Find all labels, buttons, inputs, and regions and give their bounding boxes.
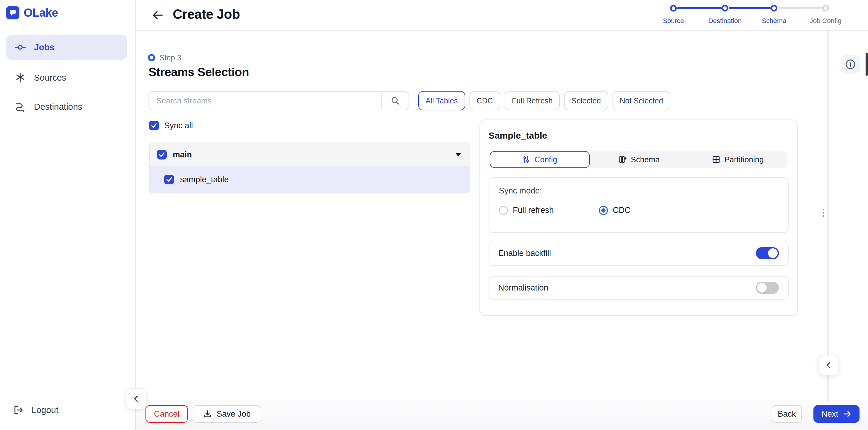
back-button[interactable]: Back [772,405,802,423]
step-circle-source[interactable] [670,5,677,11]
sidebar-item-label: Sources [34,73,66,83]
stream-list: main sample_table [149,143,470,194]
filter-chips: All Tables CDC Full Refresh Selected Not… [418,91,671,110]
stream-config-title: Sample_table [489,131,547,141]
back-arrow-button[interactable] [151,8,164,22]
sidebar-item-label: Destinations [34,102,83,112]
radio-selected-icon[interactable] [599,206,608,215]
filter-all-tables[interactable]: All Tables [418,91,465,110]
sidebar-item-sources[interactable]: Sources [6,65,127,90]
sync-option-full-refresh[interactable]: Full refresh [499,206,554,215]
spark-icon [14,72,26,83]
stream-name: sample_table [180,175,229,184]
group-checkbox[interactable] [157,150,167,160]
section-heading: Streams Selection [149,65,249,79]
logout-button[interactable]: Logout [6,400,127,420]
sync-all-checkbox[interactable] [149,121,159,131]
chevron-left-icon [825,361,833,369]
tab-partitioning[interactable]: Partitioning [689,151,787,168]
sliders-icon [522,155,530,164]
step-circle-schema[interactable] [771,5,777,11]
commit-icon [14,41,26,53]
scrollbar-thumb[interactable] [866,53,868,76]
search-button[interactable] [381,92,408,110]
brand-logo: OLake [6,6,58,20]
filter-full-refresh[interactable]: Full Refresh [505,91,560,110]
filter-cdc[interactable]: CDC [469,91,500,110]
group-name: main [173,150,449,160]
logout-icon [13,404,24,415]
sync-all-row: Sync all [149,121,193,131]
step-label-destination: Destination [698,17,752,25]
save-job-button[interactable]: Save Job [193,405,261,423]
sync-option-cdc[interactable]: CDC [599,206,631,215]
normalisation-toggle[interactable] [756,282,779,294]
sync-mode-card: Sync mode: Full refresh CDC [489,177,788,233]
backfill-label: Enable backfill [498,249,551,258]
logout-label: Logout [32,405,59,415]
tab-config-label: Config [534,155,557,164]
filter-selected[interactable]: Selected [564,91,608,110]
page-title: Create Job [173,7,240,22]
stream-search [149,91,409,110]
stepper-connector [728,7,771,9]
normalisation-label: Normalisation [498,283,548,293]
step-label-source: Source [646,17,701,25]
tab-config[interactable]: Config [490,151,590,168]
olake-logo-icon [6,6,20,20]
config-tabs: Config Schema Partitioning [490,151,787,168]
sidebar-collapse-button[interactable] [125,388,147,409]
step-label-schema: Schema [747,17,801,25]
info-icon [845,59,856,70]
footer-bar: Cancel Save Job Back Next [136,401,868,430]
tab-schema[interactable]: Schema [590,151,689,168]
sidebar-item-jobs[interactable]: Jobs [6,35,127,60]
stream-config-panel: Sample_table Config Schema Partitioning [479,119,798,316]
download-icon [204,410,212,418]
step-circle-destination[interactable] [722,5,728,11]
stepper-connector [778,7,823,9]
stream-checkbox[interactable] [164,175,174,184]
sync-mode-label: Sync mode: [499,186,542,196]
chevron-down-icon[interactable] [455,153,461,156]
backfill-toggle[interactable] [756,247,779,259]
step-indicator-icon [148,54,155,61]
tab-schema-label: Schema [631,155,659,164]
filter-not-selected[interactable]: Not Selected [613,91,671,110]
radio-label: Full refresh [513,206,554,215]
step-circle-job-config[interactable] [822,5,829,11]
next-button[interactable]: Next [813,405,860,423]
create-job-page: OLake Jobs Sources Destinations Logout [0,0,868,430]
route-icon [14,101,26,113]
arrow-right-icon [843,410,851,418]
panel-divider [827,31,829,401]
stepper-connector [677,7,722,9]
tab-partitioning-label: Partitioning [724,155,764,164]
search-input[interactable] [149,92,381,110]
header-divider [136,30,868,31]
columns-icon [619,155,626,164]
brand-name: OLake [24,6,58,20]
panel-collapse-button[interactable] [818,355,839,375]
step-indicator-label: Step 3 [159,53,181,62]
radio-unselected-icon[interactable] [499,206,508,215]
sidebar: OLake Jobs Sources Destinations Logout [0,0,136,430]
normalisation-card: Normalisation [489,276,788,299]
info-button[interactable] [841,55,860,74]
backfill-card: Enable backfill [489,241,788,266]
sync-all-label: Sync all [164,121,193,131]
save-job-label: Save Job [217,409,251,419]
sidebar-item-label: Jobs [34,42,55,53]
cancel-button[interactable]: Cancel [146,405,188,423]
chevron-left-icon [132,395,140,403]
step-label-job-config: Job Config [798,17,853,25]
radio-label: CDC [613,206,631,215]
stream-group-row[interactable]: main [150,143,470,166]
next-label: Next [821,409,838,419]
panel-resize-handle[interactable] [823,209,824,217]
sidebar-item-destinations[interactable]: Destinations [6,95,127,119]
stream-row-sample-table[interactable]: sample_table [150,166,470,193]
grid-icon [712,155,720,164]
search-icon [391,96,400,105]
